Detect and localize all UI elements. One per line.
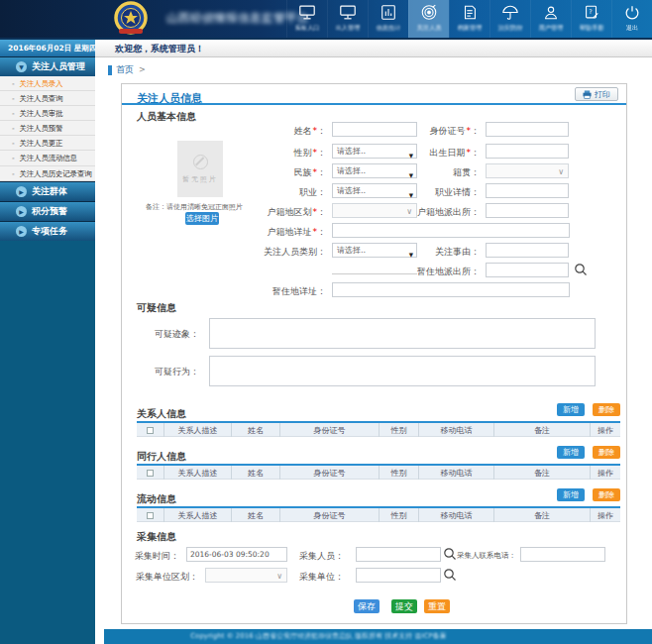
sidebar-group-score[interactable]: ▶ 积分预警 bbox=[0, 201, 95, 221]
sidebar-item-review[interactable]: -关注人员审批 bbox=[0, 106, 95, 121]
type-sub-input[interactable] bbox=[332, 260, 417, 274]
reason-input[interactable] bbox=[486, 243, 569, 258]
label-regaddr: 户籍地详址*： bbox=[268, 226, 327, 239]
title-underline bbox=[122, 103, 626, 105]
nav-label: 帮助手册 bbox=[580, 24, 604, 33]
origin-combo[interactable]: ∨ bbox=[486, 163, 569, 178]
print-label: 打印 bbox=[595, 89, 610, 100]
col-desc: 关系人描述 bbox=[164, 466, 232, 480]
nav-item-4-active[interactable]: 关注人员 bbox=[408, 0, 449, 38]
nav-item-1[interactable]: 实有人口 bbox=[286, 0, 327, 38]
breadcrumb-home[interactable]: 首页 bbox=[116, 63, 134, 76]
label-nation: 民族*： bbox=[294, 166, 327, 179]
flow-delete-button[interactable]: 删除 bbox=[593, 488, 620, 501]
sidebar-item-query[interactable]: -关注人员查询 bbox=[0, 91, 95, 106]
sidebar-group-personnel[interactable]: ▼ 关注人员管理 bbox=[0, 56, 95, 76]
checkbox-cell bbox=[137, 508, 164, 522]
svg-text:?: ? bbox=[589, 8, 592, 15]
nav-label: 治安防控 bbox=[498, 24, 523, 33]
nav-label: 用户管理 bbox=[539, 24, 564, 33]
nav-item-6[interactable]: 治安防控 bbox=[489, 0, 530, 38]
search-icon[interactable] bbox=[443, 547, 457, 561]
companion-add-button[interactable]: 新增 bbox=[557, 446, 585, 459]
idcard-input[interactable] bbox=[486, 122, 569, 137]
label-collect-time: 采集时间： bbox=[135, 550, 179, 563]
dash: - bbox=[12, 154, 15, 162]
sidebar-item-warning[interactable]: -关注人员预警 bbox=[0, 121, 95, 136]
print-button[interactable]: 打印 bbox=[575, 87, 618, 101]
collect-unit-input[interactable] bbox=[356, 568, 441, 583]
tempaddr-input[interactable] bbox=[332, 282, 570, 297]
chart-icon bbox=[380, 4, 397, 21]
dash: - bbox=[12, 109, 15, 118]
nav-label: 实有人口 bbox=[295, 24, 320, 33]
jobdetail-input[interactable] bbox=[486, 183, 569, 198]
reset-button[interactable]: 重置 bbox=[424, 599, 450, 613]
sidebar-group-label: 关注群体 bbox=[32, 185, 67, 198]
companion-table-header: 关系人描述 姓名 身份证号 性别 移动电话 备注 操作 bbox=[137, 466, 620, 480]
printer-icon bbox=[583, 90, 592, 99]
sign-textarea[interactable] bbox=[209, 318, 596, 349]
col-phone: 移动电话 bbox=[419, 466, 494, 480]
nav-item-8[interactable]: ? 帮助手册 bbox=[571, 0, 611, 38]
regaddr-input[interactable] bbox=[332, 223, 570, 238]
label-behavior: 可疑行为： bbox=[155, 366, 199, 378]
select-all-checkbox[interactable] bbox=[147, 470, 154, 477]
label-name: 姓名*： bbox=[294, 125, 327, 138]
behavior-textarea[interactable] bbox=[209, 356, 596, 386]
collect-phone-input[interactable] bbox=[520, 547, 605, 562]
col-desc: 关系人描述 bbox=[164, 423, 232, 437]
relation-add-button[interactable]: 新增 bbox=[557, 403, 585, 416]
regdist-combo[interactable]: ∨ bbox=[332, 203, 417, 218]
regstation-input[interactable] bbox=[486, 203, 569, 218]
type-select[interactable]: 请选择..▼ bbox=[332, 243, 417, 258]
job-select[interactable]: 请选择..▼ bbox=[332, 183, 417, 198]
submit-button[interactable]: 提交 bbox=[391, 599, 417, 613]
search-icon[interactable] bbox=[443, 568, 457, 582]
page: 山西经侦情报信息监管平台 实有人口 出入管理 信息统计 关注人员 档案管理 bbox=[0, 0, 652, 644]
choose-image-button[interactable]: 选择图片 bbox=[185, 212, 219, 225]
nav-label: 退出 bbox=[626, 24, 638, 33]
date-bar: 2016年06月02日 星期四 bbox=[0, 40, 103, 56]
tempstation-input[interactable] bbox=[486, 263, 569, 277]
nation-select[interactable]: 请选择..▼ bbox=[332, 163, 417, 178]
col-phone: 移动电话 bbox=[419, 508, 494, 522]
collect-time-input[interactable]: 2016-06-03 09:50:20 bbox=[186, 547, 287, 562]
label-birth: 出生日期*： bbox=[430, 147, 481, 160]
search-icon[interactable] bbox=[574, 263, 588, 276]
select-all-checkbox[interactable] bbox=[147, 427, 154, 434]
photo-note: 备注：请使用清晰免冠正面照片 bbox=[146, 202, 243, 212]
label-tempstation: 暂住地派出所： bbox=[417, 266, 480, 278]
save-button[interactable]: 保存 bbox=[354, 599, 380, 613]
select-all-checkbox[interactable] bbox=[147, 512, 154, 519]
checkbox-cell bbox=[137, 423, 164, 437]
nav-item-5[interactable]: 档案管理 bbox=[449, 0, 489, 38]
sidebar-group-groups[interactable]: ▶ 关注群体 bbox=[0, 181, 95, 201]
companion-delete-button[interactable]: 删除 bbox=[593, 446, 620, 459]
col-op: 操作 bbox=[591, 508, 620, 522]
nav-item-7[interactable]: 用户管理 bbox=[530, 0, 571, 38]
sidebar-group-label: 关注人员管理 bbox=[32, 60, 85, 73]
logout-button[interactable]: 退出 bbox=[611, 0, 652, 38]
sidebar-group-special[interactable]: ▶ 专项任务 bbox=[0, 221, 95, 241]
section-relation-title: 关系人信息 bbox=[137, 407, 186, 421]
sidebar-menu: -关注人员录入 -关注人员查询 -关注人员审批 -关注人员预警 -关注人员更正 … bbox=[0, 76, 95, 181]
birth-input[interactable] bbox=[486, 144, 569, 159]
col-name: 姓名 bbox=[232, 466, 280, 480]
sidebar-group-label: 专项任务 bbox=[32, 225, 67, 238]
nav-item-2[interactable]: 出入管理 bbox=[327, 0, 368, 38]
sidebar-item-history[interactable]: -关注人员历史记录查询 bbox=[0, 166, 95, 181]
name-input[interactable] bbox=[332, 122, 417, 137]
flow-add-button[interactable]: 新增 bbox=[557, 488, 585, 501]
sidebar-item-flow[interactable]: -关注人员流动信息 bbox=[0, 151, 95, 165]
umbrella-icon bbox=[501, 4, 519, 21]
collect-person-input[interactable] bbox=[356, 547, 441, 562]
nav-item-3[interactable]: 信息统计 bbox=[368, 0, 408, 38]
sidebar-item-entry[interactable]: -关注人员录入 bbox=[0, 76, 95, 91]
sidebar: 2016年06月02日 星期四 ▼ 关注人员管理 -关注人员录入 -关注人员查询… bbox=[0, 40, 95, 644]
sex-select[interactable]: 请选择..▼ bbox=[332, 144, 417, 159]
sidebar-item-correct[interactable]: -关注人员更正 bbox=[0, 136, 95, 151]
label-collect-phone: 采集人联系电话： bbox=[457, 551, 516, 561]
relation-delete-button[interactable]: 删除 bbox=[593, 403, 620, 416]
collect-unitdist-combo[interactable]: ∨ bbox=[205, 568, 287, 583]
